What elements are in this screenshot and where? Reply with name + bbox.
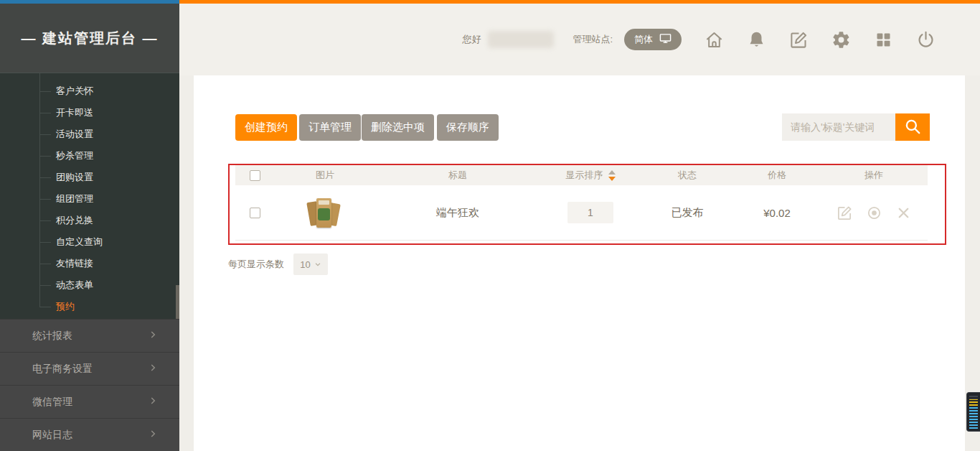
app-logo: — 建站管理后台 — (0, 4, 179, 73)
search-input[interactable] (782, 113, 895, 141)
sidebar-item-dynamic-forms[interactable]: 动态表单 (0, 274, 179, 296)
sort-asc-icon (608, 170, 616, 175)
order-management-button[interactable]: 订单管理 (299, 114, 361, 141)
top-header: 您好 管理站点: 简体 (179, 0, 980, 75)
row-status: 已发布 (641, 206, 734, 220)
reservation-table: 图片 标题 显示排序 状态 价格 操作 端午狂欢 (235, 165, 928, 241)
edit-icon[interactable] (837, 205, 853, 221)
sidebar-item-group-manage[interactable]: 组团管理 (0, 188, 179, 210)
chevron-right-icon (148, 363, 158, 375)
manage-site-label: 管理站点: (573, 33, 613, 46)
sidebar-item-group-buy[interactable]: 团购设置 (0, 167, 179, 188)
sidebar-category-wechat[interactable]: 微信管理 (0, 385, 179, 418)
delete-selected-button[interactable]: 删除选中项 (362, 114, 434, 141)
sidebar: — 建站管理后台 — 客户关怀 开卡即送 活动设置 秒杀管理 团购设置 组团管理… (0, 0, 179, 451)
sidebar-item-reservation-active[interactable]: 预约 (0, 296, 179, 317)
chevron-right-icon (148, 330, 158, 342)
chevron-down-icon (314, 259, 321, 270)
save-order-button[interactable]: 保存顺序 (437, 114, 499, 141)
sidebar-item-customer-care[interactable]: 客户关怀 (0, 80, 179, 102)
language-pill-label: 简体 (634, 33, 653, 46)
category-label: 微信管理 (32, 396, 72, 409)
gear-icon[interactable] (831, 30, 851, 50)
col-header-price: 价格 (734, 169, 820, 182)
activity-widget-stripe-gaps (967, 393, 980, 431)
main-content-panel: 创建预约 订单管理 删除选中项 保存顺序 图片 标题 显示排序 状态 价格 操作 (194, 75, 965, 451)
monitor-icon (659, 33, 672, 46)
eye-icon[interactable] (866, 205, 882, 221)
table-row: 端午狂欢 已发布 ¥0.02 (235, 185, 928, 241)
language-site-pill[interactable]: 简体 (624, 29, 682, 50)
sidebar-submenu: 客户关怀 开卡即送 活动设置 秒杀管理 团购设置 组团管理 积分兑换 自定义查询… (0, 73, 179, 317)
col-header-order: 显示排序 (540, 169, 641, 182)
search-icon (903, 117, 922, 138)
power-icon[interactable] (916, 30, 936, 50)
col-header-status: 状态 (641, 169, 734, 182)
pagination: 每页显示条数 10 (228, 254, 328, 275)
table-header-row: 图片 标题 显示排序 状态 价格 操作 (235, 165, 928, 185)
page-size-value: 10 (300, 259, 310, 270)
greeting-text: 您好 (462, 33, 481, 46)
activity-widget[interactable] (966, 392, 980, 432)
sidebar-categories: 统计报表 电子商务设置 微信管理 网站日志 (0, 319, 179, 451)
sidebar-item-custom-query[interactable]: 自定义查询 (0, 231, 179, 253)
create-reservation-button[interactable]: 创建预约 (235, 114, 297, 141)
product-bag-front (316, 198, 331, 228)
category-label: 电子商务设置 (32, 363, 93, 376)
row-checkbox[interactable] (250, 208, 260, 218)
sidebar-item-points-exchange[interactable]: 积分兑换 (0, 210, 179, 231)
col-header-order-label: 显示排序 (566, 169, 603, 182)
sidebar-item-card-gift[interactable]: 开卡即送 (0, 102, 179, 124)
category-label: 统计报表 (32, 330, 72, 343)
col-header-actions: 操作 (820, 169, 928, 182)
col-header-image: 图片 (275, 169, 375, 182)
compose-icon[interactable] (789, 30, 809, 50)
bell-icon[interactable] (747, 30, 766, 50)
sidebar-item-flash-sale[interactable]: 秒杀管理 (0, 145, 179, 167)
select-all-checkbox[interactable] (250, 170, 260, 181)
chevron-right-icon (148, 396, 158, 408)
search-button[interactable] (895, 113, 930, 141)
username-redacted (488, 31, 554, 48)
page-size-label: 每页显示条数 (228, 258, 284, 271)
row-price: ¥0.02 (734, 207, 820, 219)
home-icon[interactable] (705, 30, 724, 50)
sidebar-category-site-logs[interactable]: 网站日志 (0, 418, 179, 451)
close-icon[interactable] (895, 205, 912, 221)
product-image (308, 195, 342, 230)
sidebar-category-statistics[interactable]: 统计报表 (0, 319, 179, 352)
sidebar-item-activity-settings[interactable]: 活动设置 (0, 124, 179, 145)
display-order-input[interactable] (567, 202, 613, 223)
sort-order-control[interactable] (608, 170, 616, 181)
sidebar-category-ecommerce[interactable]: 电子商务设置 (0, 352, 179, 385)
sidebar-item-friend-links[interactable]: 友情链接 (0, 253, 179, 274)
col-header-title: 标题 (375, 169, 540, 182)
category-label: 网站日志 (32, 429, 72, 442)
page-size-select[interactable]: 10 (293, 254, 328, 275)
sort-desc-icon (608, 177, 616, 181)
row-title: 端午狂欢 (375, 206, 540, 220)
chevron-right-icon (148, 429, 158, 441)
apps-grid-icon[interactable] (874, 30, 893, 50)
